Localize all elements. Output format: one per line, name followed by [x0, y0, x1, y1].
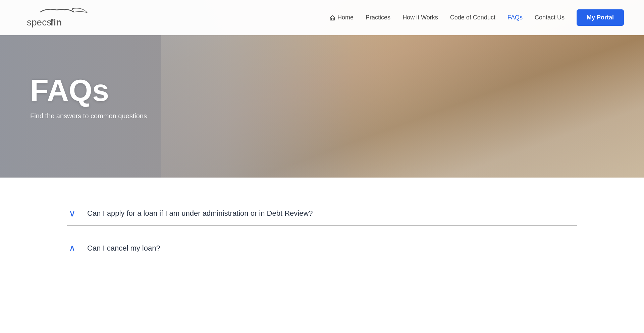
- nav-item-faqs[interactable]: FAQs: [507, 14, 523, 21]
- nav-item-home[interactable]: Home: [329, 14, 354, 21]
- nav-link-practices[interactable]: Practices: [366, 14, 390, 21]
- home-icon: [329, 15, 335, 21]
- nav-link-how-it-works[interactable]: How it Works: [402, 14, 438, 21]
- svg-text:fin: fin: [50, 17, 62, 27]
- faq-question-2[interactable]: ∧ Can I cancel my loan?: [67, 243, 577, 254]
- hero-subtitle: Find the answers to common questions: [30, 112, 147, 120]
- nav-link-home[interactable]: Home: [329, 14, 354, 21]
- faq-section: ∨ Can I apply for a loan if I am under a…: [0, 178, 644, 270]
- nav-item-how-it-works[interactable]: How it Works: [402, 14, 438, 21]
- nav-item-code-of-conduct[interactable]: Code of Conduct: [450, 14, 495, 21]
- faq-question-1[interactable]: ∨ Can I apply for a loan if I am under a…: [67, 208, 577, 219]
- faq-chevron-2: ∧: [67, 243, 77, 254]
- nav-item-contact-us[interactable]: Contact Us: [535, 14, 565, 21]
- hero-content: FAQs Find the answers to common question…: [30, 75, 147, 120]
- faq-item-2: ∧ Can I cancel my loan?: [67, 232, 577, 257]
- my-portal-button[interactable]: My Portal: [577, 9, 624, 26]
- faq-item-1: ∨ Can I apply for a loan if I am under a…: [67, 198, 577, 232]
- navbar: specs fin Home Practices How it Works: [0, 0, 644, 35]
- svg-text:specs: specs: [27, 17, 51, 27]
- faq-chevron-1: ∨: [67, 208, 77, 219]
- nav-link-code-of-conduct[interactable]: Code of Conduct: [450, 14, 495, 21]
- logo-svg: specs fin: [20, 6, 94, 29]
- nav-item-portal[interactable]: My Portal: [577, 9, 624, 26]
- faq-text-2: Can I cancel my loan?: [87, 244, 160, 253]
- nav-item-practices[interactable]: Practices: [366, 14, 390, 21]
- nav-link-faqs[interactable]: FAQs: [507, 14, 523, 21]
- hero-title: FAQs: [30, 75, 147, 106]
- faq-text-1: Can I apply for a loan if I am under adm…: [87, 209, 313, 218]
- nav-links: Home Practices How it Works Code of Cond…: [329, 9, 624, 26]
- faq-divider-1: [67, 225, 577, 226]
- logo[interactable]: specs fin: [20, 6, 94, 29]
- nav-link-contact-us[interactable]: Contact Us: [535, 14, 565, 21]
